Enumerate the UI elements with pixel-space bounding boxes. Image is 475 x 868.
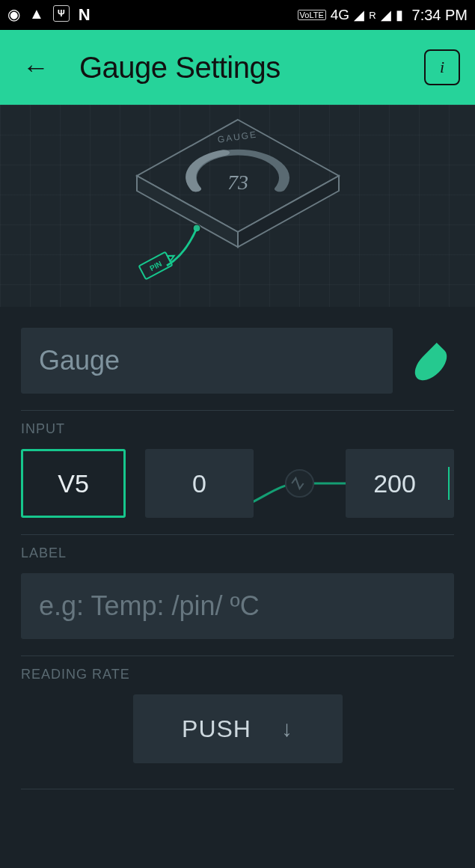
gauge-preview-illustration: 73 GAUGE PIN [114, 109, 361, 303]
roaming-label: R [369, 10, 376, 21]
svg-marker-1 [137, 176, 238, 247]
divider [21, 534, 454, 535]
section-label-reading-rate: READING RATE [21, 667, 454, 682]
network-label: 4G [331, 7, 349, 23]
label-input[interactable] [21, 573, 454, 639]
n-icon: N [79, 5, 91, 25]
text-caret [448, 467, 450, 500]
pin-value: V5 [58, 469, 89, 498]
reading-rate-select[interactable]: PUSH ↓ [133, 694, 343, 763]
status-right: VoLTE 4G ◢ R ◢ ▮ 7:34 PM [298, 7, 468, 24]
range-inputs [145, 449, 454, 518]
section-label-input: INPUT [21, 421, 454, 437]
back-button[interactable]: ← [15, 46, 57, 88]
signal-icon-2: ◢ [381, 7, 391, 23]
preview-label: GAUGE [217, 129, 258, 144]
info-button[interactable]: i [424, 49, 460, 85]
status-left: ◉ ▲ Ψ N [7, 5, 91, 25]
section-label-label: LABEL [21, 545, 454, 561]
page-title: Gauge Settings [79, 51, 281, 85]
status-bar: ◉ ▲ Ψ N VoLTE 4G ◢ R ◢ ▮ 7:34 PM [0, 0, 475, 30]
chevron-down-icon: ↓ [281, 716, 293, 742]
preview-value: 73 [227, 171, 248, 194]
app-bar: ← Gauge Settings i [0, 30, 475, 105]
battery-icon: ▮ [396, 7, 403, 23]
volte-icon: VoLTE [298, 10, 326, 20]
pin-select[interactable]: V5 [21, 449, 126, 518]
widget-name-input[interactable] [21, 328, 393, 394]
svg-point-9 [286, 470, 313, 497]
widget-preview: 73 GAUGE PIN [0, 105, 475, 307]
settings-form: INPUT V5 LABEL READING RATE PUSH ↓ [0, 307, 475, 789]
range-min-input[interactable] [145, 449, 254, 518]
color-picker[interactable] [409, 343, 453, 386]
usb-icon: Ψ [53, 5, 70, 22]
svg-marker-2 [238, 176, 339, 247]
divider [21, 789, 454, 789]
clock: 7:34 PM [412, 7, 468, 24]
divider [21, 410, 454, 411]
range-max-input[interactable] [346, 449, 454, 518]
reading-rate-value: PUSH [182, 715, 251, 743]
jio-icon: ◉ [7, 5, 20, 25]
divider [21, 655, 454, 656]
image-icon: ▲ [29, 5, 44, 25]
signal-icon: ◢ [354, 7, 364, 23]
